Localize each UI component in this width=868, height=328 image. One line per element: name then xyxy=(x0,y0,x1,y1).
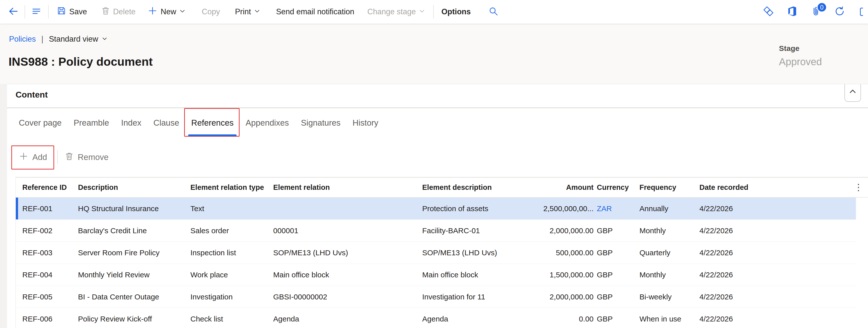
cell-element-description: Investigation for 11 xyxy=(422,293,513,301)
page-title: INS988 : Policy document xyxy=(8,55,153,68)
view-selector[interactable]: Standard view xyxy=(49,35,107,44)
tab-history[interactable]: History xyxy=(352,108,378,138)
content-tabs: Cover page Preamble Index Clause Referen… xyxy=(19,108,868,138)
cell-currency-link[interactable]: ZAR xyxy=(594,204,640,213)
cell-amount: 1,500,000.00 xyxy=(513,270,594,279)
dynamics-diamond-icon xyxy=(763,5,774,18)
search-icon xyxy=(489,6,498,17)
tab-references[interactable]: References xyxy=(191,108,234,138)
column-header-date-recorded[interactable]: Date recorded xyxy=(700,183,850,192)
cell-amount: 2,500,000,00... xyxy=(513,204,594,213)
chevron-down-icon xyxy=(419,7,425,16)
new-label: New xyxy=(160,7,176,16)
cell-reference-id: REF-002 xyxy=(16,226,78,235)
table-row[interactable]: REF-002 Barclay's Credit Line Sales orde… xyxy=(16,220,856,242)
table-row[interactable]: REF-005 BI - Data Center Outage Investig… xyxy=(16,286,856,308)
copy-button[interactable]: Copy xyxy=(202,7,220,16)
refresh-icon xyxy=(834,5,845,18)
tab-clause[interactable]: Clause xyxy=(154,108,179,138)
search-button[interactable] xyxy=(489,6,498,17)
toolbar-divider xyxy=(433,5,434,19)
cell-element-relation: 000001 xyxy=(273,226,422,235)
expand-commandbar-button[interactable] xyxy=(31,6,42,18)
cell-amount: 2,000,000.00 xyxy=(513,293,594,301)
toolbar-divider xyxy=(25,5,25,19)
cell-element-relation-type: Text xyxy=(190,204,273,213)
breadcrumb-policies-link[interactable]: Policies xyxy=(9,35,36,44)
cell-date-recorded: 4/22/2026 xyxy=(700,204,856,213)
cell-date-recorded: 4/22/2026 xyxy=(700,249,856,257)
delete-button[interactable]: Delete xyxy=(101,6,136,17)
column-options-icon[interactable]: ⋮ xyxy=(854,183,863,192)
stage-value: Approved xyxy=(779,56,822,67)
cell-reference-id: REF-005 xyxy=(16,293,78,301)
cell-frequency: Annually xyxy=(640,204,700,213)
cell-element-description: Facility-BARC-01 xyxy=(422,226,513,235)
refresh-button[interactable] xyxy=(834,5,845,18)
collapse-section-button[interactable] xyxy=(844,84,861,102)
office-button[interactable] xyxy=(787,6,798,18)
section-title: Content xyxy=(16,90,48,100)
tab-index[interactable]: Index xyxy=(121,108,142,138)
cell-frequency: Quarterly xyxy=(640,249,700,257)
view-selector-label: Standard view xyxy=(49,35,98,44)
column-header-element-description[interactable]: Element description xyxy=(422,183,513,192)
save-button[interactable]: Save xyxy=(57,6,87,18)
delete-label: Delete xyxy=(113,7,136,16)
column-header-element-relation-type[interactable]: Element relation type xyxy=(190,183,273,192)
new-button[interactable]: New xyxy=(148,6,186,18)
cell-description: HQ Structural Insurance xyxy=(78,204,190,213)
back-button[interactable] xyxy=(7,5,19,18)
tab-signatures[interactable]: Signatures xyxy=(301,108,341,138)
content-card: Content Cover page Preamble Index Clause… xyxy=(7,84,868,328)
tab-label: Appendixes xyxy=(246,118,289,128)
column-header-reference-id[interactable]: Reference ID xyxy=(16,183,78,192)
trash-icon xyxy=(65,152,74,163)
chevron-down-icon xyxy=(102,35,107,44)
back-arrow-icon xyxy=(7,5,19,18)
cell-date-recorded: 4/22/2026 xyxy=(700,270,856,279)
add-button[interactable]: Add xyxy=(19,152,47,163)
attachment-count-badge: 0 xyxy=(817,2,827,12)
partial-window-icon xyxy=(859,6,863,17)
table-row[interactable]: REF-001 HQ Structural Insurance Text Pro… xyxy=(16,198,856,220)
chevron-down-icon xyxy=(254,7,260,16)
print-button[interactable]: Print xyxy=(235,7,261,16)
attachments-button[interactable]: 0 xyxy=(810,6,822,18)
cell-reference-id: REF-004 xyxy=(16,270,78,279)
table-row[interactable]: REF-004 Monthly Yield Review Work place … xyxy=(16,264,856,286)
cell-element-description: Agenda xyxy=(422,315,513,323)
plus-icon xyxy=(19,152,28,163)
send-email-notification-button[interactable]: Send email notification xyxy=(276,7,354,16)
tab-preamble[interactable]: Preamble xyxy=(74,108,109,138)
tab-label: Clause xyxy=(154,118,179,128)
cell-element-relation: GBSI-00000002 xyxy=(273,293,422,301)
column-header-currency[interactable]: Currency xyxy=(594,183,640,192)
dynamics-apps-button[interactable] xyxy=(763,5,774,18)
cell-frequency: Monthly xyxy=(640,226,700,235)
cell-element-description: Protection of assets xyxy=(422,204,513,213)
cell-description: Monthly Yield Review xyxy=(78,270,190,279)
remove-button[interactable]: Remove xyxy=(65,152,108,163)
cell-currency: GBP xyxy=(594,293,640,301)
column-header-element-relation[interactable]: Element relation xyxy=(273,183,422,192)
cell-reference-id: REF-003 xyxy=(16,249,78,257)
column-header-description[interactable]: Description xyxy=(78,183,190,192)
column-header-frequency[interactable]: Frequency xyxy=(640,183,700,192)
cell-currency: GBP xyxy=(594,270,640,279)
change-stage-button[interactable]: Change stage xyxy=(367,7,425,16)
chevron-down-icon xyxy=(179,7,186,16)
options-button[interactable]: Options xyxy=(441,7,471,16)
cell-frequency: When in use xyxy=(640,315,700,323)
cell-frequency: Bi-weekly xyxy=(640,293,700,301)
cell-currency: GBP xyxy=(594,226,640,235)
table-row[interactable]: REF-006 Policy Review Kick-off Check lis… xyxy=(16,308,856,328)
chevron-up-icon xyxy=(848,87,857,97)
cell-amount: 500,000.00 xyxy=(513,249,594,257)
tab-appendixes[interactable]: Appendixes xyxy=(246,108,289,138)
tab-cover-page[interactable]: Cover page xyxy=(19,108,62,138)
column-header-amount[interactable]: Amount xyxy=(513,183,594,192)
cell-amount: 2,000,000.00 xyxy=(513,226,594,235)
table-row[interactable]: REF-003 Server Room Fire Policy Inspecti… xyxy=(16,242,856,264)
remove-label: Remove xyxy=(78,153,108,162)
